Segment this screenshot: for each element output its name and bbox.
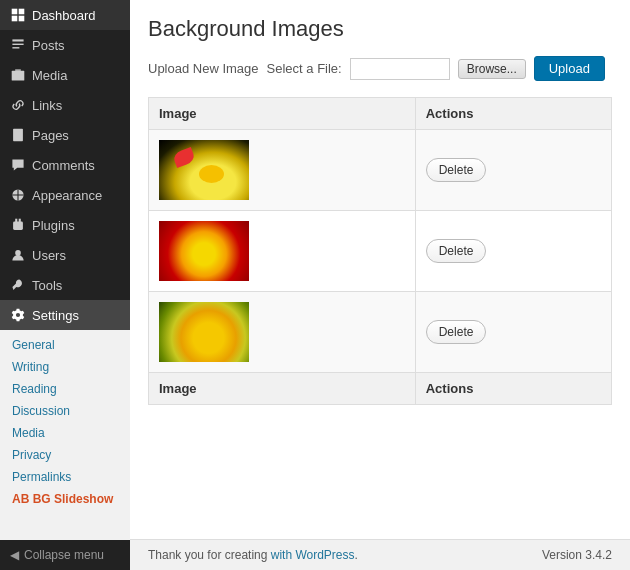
sidebar-item-plugins[interactable]: Plugins — [0, 210, 130, 240]
sidebar-label-dashboard: Dashboard — [32, 8, 96, 23]
sidebar-label-pages: Pages — [32, 128, 69, 143]
thumbnail-2 — [159, 221, 249, 281]
upload-new-image-label: Upload New Image — [148, 61, 259, 76]
table-row: Delete — [149, 211, 612, 292]
submenu-reading[interactable]: Reading — [0, 378, 130, 400]
dashboard-icon — [10, 7, 26, 23]
collapse-menu-button[interactable]: ◀ Collapse menu — [0, 540, 130, 570]
delete-button-2[interactable]: Delete — [426, 239, 487, 263]
svg-rect-2 — [12, 16, 18, 22]
sidebar-item-pages[interactable]: Pages — [0, 120, 130, 150]
links-icon — [10, 97, 26, 113]
sidebar-item-appearance[interactable]: Appearance — [0, 180, 130, 210]
media-icon — [10, 67, 26, 83]
submenu-writing[interactable]: Writing — [0, 356, 130, 378]
settings-icon — [10, 307, 26, 323]
image-cell-2 — [149, 211, 416, 292]
submenu-ab-bg-slideshow[interactable]: AB BG Slideshow — [0, 488, 130, 510]
sidebar-label-posts: Posts — [32, 38, 65, 53]
tools-icon — [10, 277, 26, 293]
svg-rect-6 — [12, 47, 19, 48]
settings-submenu: General Writing Reading Discussion Media… — [0, 330, 130, 540]
table-row: Delete — [149, 130, 612, 211]
table-header-row: Image Actions — [149, 98, 612, 130]
svg-rect-4 — [12, 39, 23, 41]
thumbnail-3 — [159, 302, 249, 362]
submenu-general[interactable]: General — [0, 334, 130, 356]
submenu-permalinks[interactable]: Permalinks — [0, 466, 130, 488]
submenu-privacy[interactable]: Privacy — [0, 444, 130, 466]
sidebar-item-media[interactable]: Media — [0, 60, 130, 90]
sidebar-item-tools[interactable]: Tools — [0, 270, 130, 300]
sidebar-label-settings: Settings — [32, 308, 79, 323]
sidebar-item-settings[interactable]: Settings — [0, 300, 130, 330]
wordpress-link[interactable]: with WordPress — [271, 548, 355, 562]
comments-icon — [10, 157, 26, 173]
svg-point-16 — [15, 250, 21, 256]
col-footer-actions: Actions — [415, 373, 611, 405]
image-cell-1 — [149, 130, 416, 211]
submenu-discussion[interactable]: Discussion — [0, 400, 130, 422]
action-cell-3: Delete — [415, 292, 611, 373]
appearance-icon — [10, 187, 26, 203]
sidebar-label-media: Media — [32, 68, 67, 83]
delete-button-1[interactable]: Delete — [426, 158, 487, 182]
sidebar-label-plugins: Plugins — [32, 218, 75, 233]
pages-icon — [10, 127, 26, 143]
upload-row: Upload New Image Select a File: Browse..… — [148, 56, 612, 81]
svg-rect-0 — [12, 9, 18, 15]
collapse-menu-label: Collapse menu — [24, 548, 104, 562]
col-footer-image: Image — [149, 373, 416, 405]
sidebar-label-users: Users — [32, 248, 66, 263]
svg-rect-7 — [12, 71, 25, 81]
col-header-actions: Actions — [415, 98, 611, 130]
delete-button-3[interactable]: Delete — [426, 320, 487, 344]
table-footer-row: Image Actions — [149, 373, 612, 405]
sidebar-item-links[interactable]: Links — [0, 90, 130, 120]
sidebar-item-users[interactable]: Users — [0, 240, 130, 270]
footer-credit: Thank you for creating with WordPress. — [148, 548, 358, 562]
image-cell-3 — [149, 292, 416, 373]
svg-rect-15 — [13, 222, 23, 230]
posts-icon — [10, 37, 26, 53]
footer-thank-you-text: Thank you for creating — [148, 548, 271, 562]
users-icon — [10, 247, 26, 263]
svg-rect-1 — [19, 9, 25, 15]
image-table: Image Actions Delete — [148, 97, 612, 405]
sidebar-label-comments: Comments — [32, 158, 95, 173]
sidebar-item-posts[interactable]: Posts — [0, 30, 130, 60]
svg-rect-9 — [15, 132, 21, 133]
action-cell-2: Delete — [415, 211, 611, 292]
upload-button[interactable]: Upload — [534, 56, 605, 81]
svg-rect-10 — [15, 134, 21, 135]
select-file-label: Select a File: — [267, 61, 342, 76]
footer-version: Version 3.4.2 — [542, 548, 612, 562]
sidebar: Dashboard Posts Media Links Pages — [0, 0, 130, 570]
sidebar-label-appearance: Appearance — [32, 188, 102, 203]
page-title: Background Images — [148, 16, 612, 42]
action-cell-1: Delete — [415, 130, 611, 211]
svg-rect-5 — [12, 44, 23, 45]
page-footer: Thank you for creating with WordPress. V… — [130, 539, 630, 570]
browse-button[interactable]: Browse... — [458, 59, 526, 79]
col-header-image: Image — [149, 98, 416, 130]
sidebar-label-links: Links — [32, 98, 62, 113]
svg-rect-3 — [19, 16, 25, 22]
sidebar-item-comments[interactable]: Comments — [0, 150, 130, 180]
collapse-arrow-icon: ◀ — [10, 548, 19, 562]
submenu-media[interactable]: Media — [0, 422, 130, 444]
footer-period: . — [355, 548, 358, 562]
table-row: Delete — [149, 292, 612, 373]
thumbnail-1 — [159, 140, 249, 200]
main-content: Background Images Upload New Image Selec… — [130, 0, 630, 539]
file-input[interactable] — [350, 58, 450, 80]
sidebar-item-dashboard[interactable]: Dashboard — [0, 0, 130, 30]
sidebar-label-tools: Tools — [32, 278, 62, 293]
svg-rect-11 — [15, 137, 19, 138]
plugins-icon — [10, 217, 26, 233]
